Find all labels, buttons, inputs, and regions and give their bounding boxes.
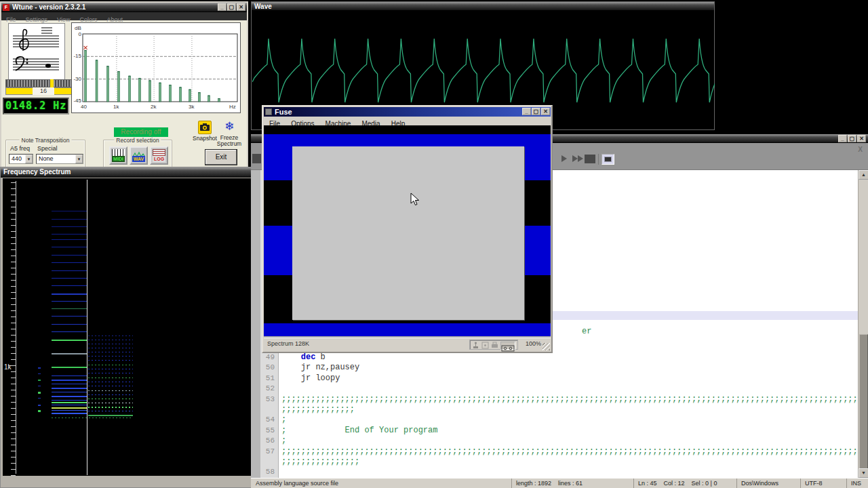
spectrogram-stripe <box>52 239 87 240</box>
spectrogram-stripe <box>88 411 133 411</box>
a5-freq-label: A5 freq <box>10 145 30 152</box>
emulator-screen[interactable] <box>264 125 551 338</box>
fuse-window-buttons: _▢✕ <box>521 108 550 117</box>
exit-button[interactable]: Exit <box>205 149 237 165</box>
close-icon[interactable]: ✕ <box>857 135 866 142</box>
line-number: 55 <box>260 426 279 436</box>
line-number: 57 <box>260 447 279 457</box>
axis-tick <box>11 390 16 390</box>
code-fragment: er <box>582 327 591 336</box>
spectrogram-stripe <box>88 394 133 395</box>
stop-icon[interactable] <box>585 155 595 163</box>
axis-tick <box>11 420 16 421</box>
tuning-meter-marker <box>50 79 54 87</box>
axis-tick <box>11 335 16 336</box>
frequency-spectrum-titlebar[interactable]: Frequency Spectrum <box>1 167 252 178</box>
spectrogram-stripe <box>88 340 133 340</box>
chart-tick-label: 40 <box>81 104 87 110</box>
spectrogram-stripe <box>52 410 87 411</box>
code-line: jr loopy <box>279 373 858 384</box>
a5-freq-select[interactable]: 440 ▼ <box>9 154 33 164</box>
joystick-icon <box>472 342 479 349</box>
scroll-up-icon[interactable]: ▲ <box>859 170 868 180</box>
maximize-icon[interactable]: ▢ <box>848 135 856 142</box>
spectrum-bar <box>189 89 191 102</box>
spectrogram-stripe <box>52 262 87 263</box>
run-icon[interactable] <box>561 155 567 162</box>
chart-tick-label: 3k <box>189 104 194 110</box>
chevron-down-icon[interactable]: ▼ <box>25 155 33 163</box>
tape-icon[interactable] <box>500 342 515 350</box>
special-value: None <box>39 155 54 162</box>
scrollbar-thumb[interactable] <box>859 334 868 475</box>
axis-tick <box>11 432 16 433</box>
run-fast-icon[interactable] <box>572 155 578 162</box>
spectrogram-stripe <box>52 340 87 341</box>
zoom-level: 100% <box>526 340 541 347</box>
resize-grip[interactable] <box>542 343 550 350</box>
chart-tick-label: 0 <box>72 31 81 37</box>
panel-close-icon[interactable]: X <box>858 146 863 153</box>
axis-tick <box>11 256 16 256</box>
chart-tick-label: Hz <box>229 104 236 110</box>
axis-tick <box>11 286 16 287</box>
spectrum-bar <box>106 66 108 102</box>
run-fast-icon2[interactable] <box>578 155 583 162</box>
machine-name: Spectrum 128K <box>267 340 309 347</box>
scroll-down-icon[interactable]: ▼ <box>859 468 868 478</box>
tool-icon[interactable] <box>252 154 261 163</box>
axis-tick <box>11 310 16 311</box>
status-cursor: Ln : 45 Col : 12 Sel : 0 | 0 <box>633 479 717 488</box>
code-line: jr nz,pausey <box>279 363 858 373</box>
midi-record-button[interactable]: MIDI <box>109 146 127 165</box>
spectrum-bar <box>198 93 200 102</box>
close-icon[interactable]: ✕ <box>237 3 245 11</box>
frequency-spectrum-title: Frequency Spectrum <box>3 168 71 176</box>
recording-status-badge[interactable]: Recording off <box>114 127 168 137</box>
axis-tick <box>11 378 16 378</box>
special-select[interactable]: None ▼ <box>36 154 83 164</box>
line-number: 53 <box>260 394 279 405</box>
code-line: ; <box>279 415 858 425</box>
freeze-spectrum-icon[interactable]: ❄ <box>222 120 236 134</box>
close-icon[interactable]: ✕ <box>541 108 550 115</box>
wtune-titlebar[interactable]: F Wtune - version 2.3.2.1 _▢✕ <box>1 3 247 12</box>
axis-tick <box>11 408 16 409</box>
fuse-titlebar[interactable]: Fuse _▢✕ <box>264 107 551 117</box>
spectrogram-stripe <box>52 402 87 403</box>
log-label: LOG <box>153 156 165 162</box>
axis-tick <box>11 414 16 415</box>
minimize-icon[interactable]: _ <box>218 3 226 11</box>
peripheral-icons <box>469 340 518 350</box>
code-line: ; <box>279 436 858 446</box>
special-label: Special <box>37 145 58 152</box>
line-number <box>260 457 279 467</box>
maximize-icon[interactable]: ▢ <box>532 108 540 115</box>
axis-tick <box>11 396 16 396</box>
spectrum-bar <box>159 83 161 102</box>
line-number: 52 <box>260 384 279 394</box>
harmonic-spectrum-plot <box>72 23 240 113</box>
spectrogram-stripe <box>88 336 133 336</box>
axis-tick <box>11 341 16 342</box>
log-record-button[interactable]: LOG <box>150 146 168 165</box>
wave-titlebar[interactable]: Wave <box>252 2 714 11</box>
emulator-icon[interactable] <box>601 154 614 165</box>
spectrogram-stripe <box>52 418 133 418</box>
spectrum-bar <box>129 76 131 102</box>
tuning-meter-scale <box>5 79 81 87</box>
wav-record-button[interactable]: WAV <box>130 146 148 165</box>
maximize-icon[interactable]: ▢ <box>227 3 236 11</box>
spectrogram-stripe <box>52 234 87 235</box>
minimize-icon[interactable]: _ <box>522 108 531 115</box>
minimize-icon[interactable]: _ <box>838 135 847 142</box>
axis-tick <box>11 201 16 201</box>
chevron-down-icon[interactable]: ▼ <box>75 155 83 163</box>
snapshot-icon[interactable] <box>198 121 212 134</box>
axis-tick <box>11 225 16 226</box>
disk-icon <box>481 342 489 349</box>
axis-tick <box>11 213 16 214</box>
spectrum-bar <box>138 79 140 102</box>
a5-freq-value: 440 <box>12 155 22 162</box>
editor-scrollbar[interactable]: ▲ ▼ <box>858 170 868 478</box>
